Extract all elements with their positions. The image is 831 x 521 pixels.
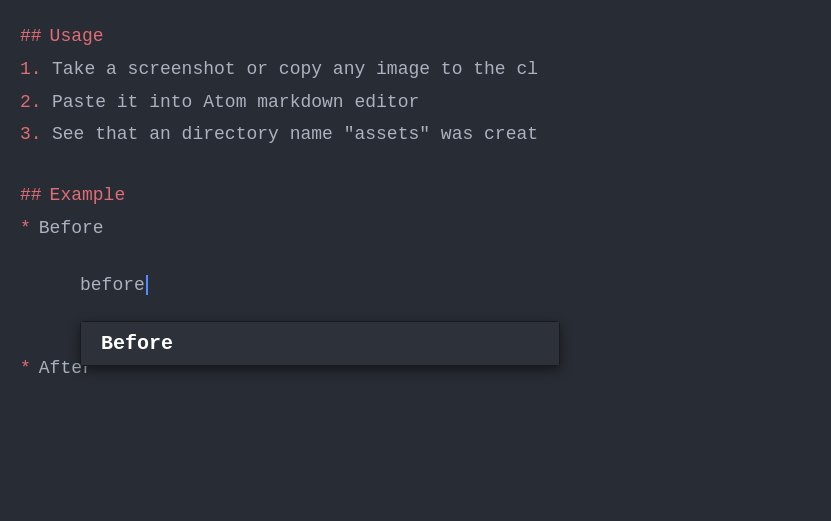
text-cursor bbox=[146, 275, 148, 295]
heading-usage-text: Usage bbox=[50, 22, 104, 51]
autocomplete-item-before[interactable]: Before bbox=[81, 322, 559, 365]
empty-line-1 bbox=[20, 151, 831, 179]
input-line[interactable]: before bbox=[20, 273, 831, 297]
list-item-2-text: Paste it into Atom markdown editor bbox=[52, 88, 419, 117]
heading-usage-line: ## Usage bbox=[20, 20, 831, 53]
autocomplete-dropdown: Before bbox=[80, 321, 560, 366]
bullet-before-line: * Before bbox=[20, 212, 831, 245]
list-item-3-line: 3. See that an directory name "assets" w… bbox=[20, 118, 831, 151]
bullet-before-text: Before bbox=[39, 214, 104, 243]
heading-example-line: ## Example bbox=[20, 179, 831, 212]
list-number-3: 3. bbox=[20, 120, 48, 149]
input-value: before bbox=[80, 275, 145, 295]
list-item-2-line: 2. Paste it into Atom markdown editor bbox=[20, 86, 831, 119]
bullet-marker-1: * bbox=[20, 214, 31, 243]
heading-marker-1: ## bbox=[20, 22, 42, 51]
list-item-1-line: 1. Take a screenshot or copy any image t… bbox=[20, 53, 831, 86]
bullet-marker-2: * bbox=[20, 354, 31, 383]
heading-marker-2: ## bbox=[20, 181, 42, 210]
editor: ## Usage 1. Take a screenshot or copy an… bbox=[0, 0, 831, 521]
heading-example-text: Example bbox=[50, 181, 126, 210]
list-item-1-text: Take a screenshot or copy any image to t… bbox=[52, 55, 538, 84]
list-number-1: 1. bbox=[20, 55, 48, 84]
empty-line-2 bbox=[20, 245, 831, 273]
input-text: before bbox=[80, 275, 148, 295]
input-wrapper: before Before bbox=[20, 273, 831, 297]
list-number-2: 2. bbox=[20, 88, 48, 117]
list-item-3-text: See that an directory name "assets" was … bbox=[52, 120, 538, 149]
